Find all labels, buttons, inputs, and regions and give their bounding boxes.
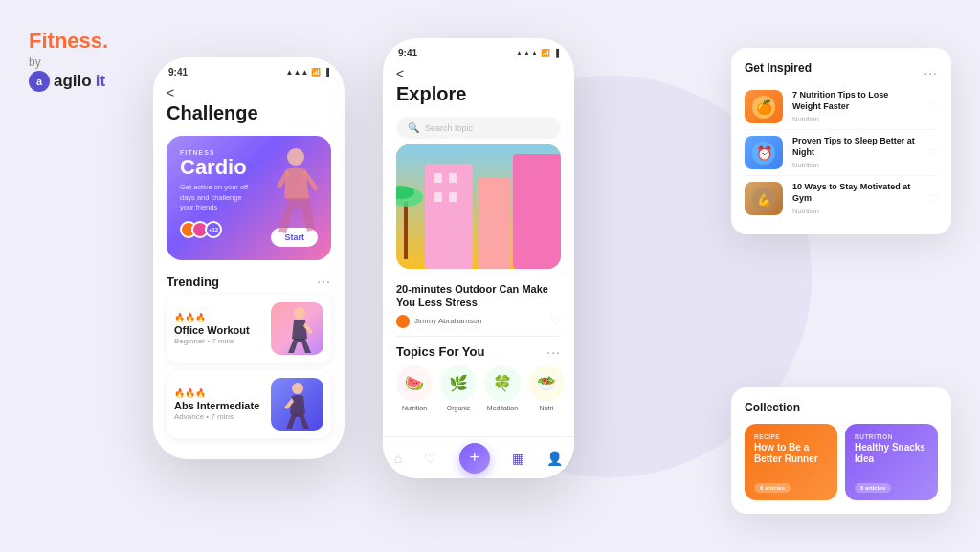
explore-header: < Explore [383,62,574,111]
collection-label-2: NUTRITION [855,433,928,440]
inspired-title-1: 7 Nutrition Tips to Lose Weight Faster [792,90,918,112]
svg-rect-6 [513,154,561,269]
topic-organic-label: Organic [447,405,471,411]
workout-office-info: 🔥🔥🔥 Office Workout Beginner • 7 mins [174,313,271,345]
collection-card-snacks[interactable]: NUTRITION Healthy Snacks Idea 6 articles [845,424,938,500]
topics-grid: 🍉 Nutrition 🌿 Organic 🍀 Meditation 🥗 Nut… [396,365,561,411]
phone-challenge: 9:41 ▲▲▲ 📶 ▐ < Challenge FITNESS Cardio … [153,57,345,459]
fab-button[interactable]: + [459,443,490,474]
heart-icon-3[interactable]: ♡ [927,192,938,206]
battery-icon-2: ▐ [553,49,559,57]
svg-text:💪: 💪 [757,192,771,207]
collection-card-runner[interactable]: RECIPE How to Be a Better Runner 6 artic… [745,424,837,500]
search-bar[interactable]: 🔍 Search topic [396,117,561,139]
collection-articles-1: 6 articles [754,483,791,493]
collection-articles-2: 6 articles [855,483,891,493]
abs-workout-meta: Advance • 7 mins [174,412,271,421]
topic-nutri[interactable]: 🥗 Nutri [528,365,565,411]
nav-user-icon[interactable]: 👤 [546,451,563,466]
svg-text:⏰: ⏰ [756,145,773,162]
back-button-2[interactable]: < [396,66,561,81]
topic-organic-icon: 🌿 [440,365,477,402]
brand-section: Fitness. by a agiloit [29,29,108,92]
abs-workout-thumb [271,378,323,431]
office-person-svg [278,305,317,353]
agilo-it-text: it [96,72,105,91]
status-bar-1: 9:41 ▲▲▲ 📶 ▐ [153,57,345,81]
topic-organic[interactable]: 🌿 Organic [440,365,477,411]
article-heart-icon[interactable]: ♡ [550,315,561,328]
inspired-panel-title: Get Inspired [745,61,812,75]
svg-rect-10 [449,192,457,202]
status-time-2: 9:41 [398,48,417,58]
topic-nutrition[interactable]: 🍉 Nutrition [396,365,433,411]
heart-icon-2[interactable]: ♡ [927,146,938,160]
workout-card-office[interactable]: 🔥🔥🔥 Office Workout Beginner • 7 mins [167,295,331,363]
panel-collection: Collection RECIPE How to Be a Better Run… [731,387,951,514]
topic-nutrition-icon: 🍉 [396,365,433,402]
workout-card-abs[interactable]: 🔥🔥🔥 Abs Intermediate Advance • 7 mins [167,370,331,438]
inspired-item-2[interactable]: ⏰ Proven Tips to Sleep Better at Night N… [745,130,938,176]
collection-title-2: Healthy Snacks Idea [855,442,928,465]
svg-text:🍊: 🍊 [756,99,773,116]
collection-cards: RECIPE How to Be a Better Runner 6 artic… [745,424,938,500]
svg-point-2 [292,383,303,394]
search-icon: 🔍 [408,122,419,133]
svg-rect-7 [434,173,442,183]
inspired-content-2: Proven Tips to Sleep Better at Night Nut… [792,136,918,168]
sleep-icon: ⏰ [745,136,783,169]
inspired-thumb-2: ⏰ [745,136,783,169]
hero-figure [259,145,322,255]
abs-person-svg [278,381,317,429]
inspired-item-1[interactable]: 🍊 7 Nutrition Tips to Lose Weight Faster… [745,84,938,130]
nav-person-icon[interactable]: ♡ [424,451,436,466]
brand-by: by [29,55,108,69]
status-icons-2: ▲▲▲ 📶 ▐ [516,49,559,57]
inspired-content-3: 10 Ways to Stay Motivated at Gym Nutriti… [792,182,918,214]
status-bar-2: 9:41 ▲▲▲ 📶 ▐ [383,38,574,62]
signal-icon: ▲▲▲ [286,68,309,77]
signal-icon-2: ▲▲▲ [516,49,539,57]
article-preview: 20-minutes Outdoor Can Make You Less Str… [383,275,574,336]
battery-icon-1: ▐ [323,68,329,77]
agilo-text: agilo [54,72,92,91]
status-time-1: 9:41 [168,67,188,77]
office-workout-meta: Beginner • 7 mins [174,337,271,345]
wifi-icon-2: 📶 [541,49,550,57]
topic-nutri-icon: 🥗 [528,365,565,402]
topics-section: Topics For You ··· 🍉 Nutrition 🌿 Organic… [383,337,574,419]
more-dots-topics[interactable]: ··· [546,344,561,360]
trending-header: Trending ··· [167,274,331,289]
nav-home-icon[interactable]: ⌂ [394,451,402,466]
hero-description: Get active on your off days and challeng… [180,183,256,213]
author-name: Jimmy Abrahamson [414,317,481,325]
workout-abs-info: 🔥🔥🔥 Abs Intermediate Advance • 7 mins [174,388,271,421]
inspired-title-2: Proven Tips to Sleep Better at Night [792,136,918,158]
back-button-1[interactable]: < [167,85,331,100]
heart-icon-1[interactable]: ♡ [927,100,938,114]
inspired-item-3[interactable]: 💪 10 Ways to Stay Motivated at Gym Nutri… [745,176,938,221]
explore-title: Explore [396,83,561,105]
nav-grid-icon[interactable]: ▦ [512,451,524,466]
more-dots-inspired[interactable]: ··· [924,65,938,80]
search-placeholder: Search topic [425,123,473,133]
article-title: 20-minutes Outdoor Can Make You Less Str… [396,282,561,310]
agilo-icon: a [29,71,50,92]
office-workout-thumb [271,302,323,355]
topic-meditation-icon: 🍀 [484,365,521,402]
inspired-cat-1: Nutrition [792,115,918,123]
brand-fitness: Fitness. [29,29,108,54]
svg-rect-9 [434,192,442,202]
inspired-title-3: 10 Ways to Stay Motivated at Gym [792,182,918,204]
trending-section: Trending ··· 🔥🔥🔥 Office Workout Beginner… [153,266,345,438]
trending-title: Trending [167,275,219,289]
more-dots-trending[interactable]: ··· [317,274,331,289]
gym-icon: 💪 [745,182,783,215]
office-workout-name: Office Workout [174,324,271,336]
brand-agilo: a agiloit [29,71,108,92]
bottom-nav: ⌂ ♡ + ▦ 👤 [383,436,574,478]
svg-point-1 [294,307,305,319]
panel-inspired: Get Inspired ··· 🍊 7 Nutrition Tips to L… [731,48,951,234]
inspired-thumb-3: 💪 [745,182,783,215]
topic-meditation[interactable]: 🍀 Meditation [484,365,521,411]
